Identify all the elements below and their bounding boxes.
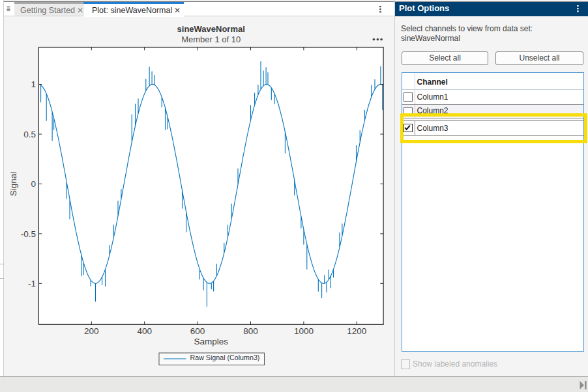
- svg-text:Signal: Signal: [9, 172, 19, 197]
- svg-text:600: 600: [190, 326, 205, 336]
- svg-text:200: 200: [84, 326, 99, 336]
- svg-text:-1: -1: [28, 279, 36, 288]
- svg-text:Raw Signal (Column3): Raw Signal (Column3): [190, 354, 260, 361]
- svg-text:0.5: 0.5: [23, 130, 36, 139]
- svg-text:400: 400: [137, 326, 152, 336]
- svg-text:1000: 1000: [294, 326, 314, 336]
- svg-text:sineWaveNormal: sineWaveNormal: [177, 24, 245, 34]
- svg-text:800: 800: [243, 326, 258, 336]
- svg-text:Samples: Samples: [194, 337, 228, 346]
- svg-text:1: 1: [31, 79, 36, 89]
- svg-text:1200: 1200: [347, 326, 366, 336]
- svg-text:Member 1 of 10: Member 1 of 10: [181, 35, 241, 44]
- svg-text:0: 0: [31, 179, 36, 189]
- svg-text:-0.5: -0.5: [21, 229, 36, 239]
